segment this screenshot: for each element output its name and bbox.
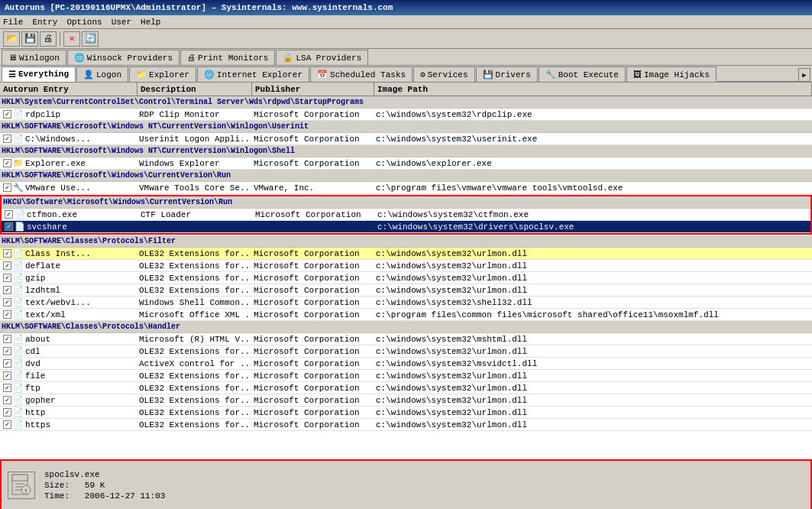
table-row[interactable]: 📄dvd ActiveX control for ... Microsoft C… — [0, 358, 812, 370]
menu-file[interactable]: File — [3, 18, 23, 27]
checkbox[interactable] — [3, 110, 11, 118]
menu-user[interactable]: User — [112, 18, 131, 27]
checkbox[interactable] — [3, 420, 11, 429]
tab-services[interactable]: ⚙ Services — [413, 66, 474, 82]
table-row[interactable]: 📄file OLE32 Extensions for... Microsoft … — [0, 370, 812, 382]
table-row[interactable]: 📄 text/webvi... Windows Shell Common... … — [0, 297, 812, 309]
checkbox[interactable] — [3, 159, 11, 167]
table-row[interactable]: 📄gopher OLE32 Extensions for... Microsof… — [0, 394, 812, 407]
check-container[interactable]: 📄 text/webvi... — [2, 297, 92, 307]
menu-help[interactable]: Help — [141, 18, 160, 27]
open-button[interactable]: 📂 — [3, 31, 20, 47]
lsa-icon: 🔒 — [283, 53, 293, 63]
tab-boot-execute[interactable]: 🔧 Boot Execute — [539, 66, 626, 82]
tab-explorer[interactable]: 📁 Explorer — [129, 66, 196, 82]
check-container[interactable]: 📄file — [2, 371, 47, 381]
path-cell: c:\windows\system32\urlmon.dll — [374, 260, 812, 271]
tab-scheduled-tasks[interactable]: 📅 Scheduled Tasks — [310, 66, 412, 82]
checkbox[interactable] — [3, 183, 11, 192]
check-container[interactable]: 📄 ctfmon.exe — [3, 209, 79, 219]
check-container[interactable]: 📁 Explorer.exe — [2, 158, 87, 168]
check-container[interactable]: 📄 Class Inst... — [2, 248, 92, 258]
col-publisher[interactable]: Publisher — [252, 83, 374, 96]
content-area[interactable]: HKLM\System\CurrentControlSet\Control\Te… — [0, 96, 812, 459]
checkbox[interactable] — [3, 310, 11, 319]
desc-cell: Windows Shell Common... — [137, 297, 252, 308]
check-container[interactable]: 📄 lzdhtml — [2, 285, 62, 295]
check-container[interactable]: 📄 text/xml — [2, 310, 67, 319]
menu-entry[interactable]: Entry — [32, 18, 57, 27]
refresh-button[interactable]: 🔄 — [82, 31, 99, 47]
check-container[interactable]: 📄https — [2, 420, 52, 430]
entry-cell: 📄gopher — [0, 394, 137, 406]
table-row[interactable]: 📄ftp OLE32 Extensions for... Microsoft C… — [0, 382, 812, 394]
path-cell: c:\windows\system32\urlmon.dll — [374, 284, 812, 296]
check-container[interactable]: 📄cdl — [2, 346, 42, 356]
entry-icon: 📄 — [13, 310, 24, 319]
checkbox[interactable] — [3, 298, 11, 306]
desc-cell: Userinit Logon Appli... — [137, 133, 252, 144]
table-row[interactable]: 📄 deflate OLE32 Extensions for... Micros… — [0, 260, 812, 272]
delete-button[interactable]: ✕ — [63, 31, 80, 47]
entry-cell: 📄 lzdhtml — [0, 284, 137, 296]
checkbox[interactable] — [3, 261, 11, 270]
table-row[interactable]: 📄about Microsoft (R) HTML V... Microsoft… — [0, 333, 812, 345]
tab-winsock[interactable]: 🌐 Winsock Providers — [67, 50, 180, 65]
check-container[interactable]: 🔧 VMware Use... — [2, 183, 92, 193]
table-row[interactable]: 📄 text/xml Microsoft Office XML ... Micr… — [0, 309, 812, 321]
check-container[interactable]: 📄 gzip — [2, 273, 47, 283]
check-container[interactable]: 📄 svcshare — [3, 222, 69, 232]
table-row[interactable]: 📄 C:\Windows... Userinit Logon Appli... … — [0, 133, 812, 145]
table-row[interactable]: 📄https OLE32 Extensions for... Microsoft… — [0, 419, 812, 431]
path-cell: c:\windows\system32\urlmon.dll — [374, 345, 812, 357]
table-row[interactable]: 🔧 VMware Use... VMware Tools Core Se... … — [0, 182, 812, 194]
col-description[interactable]: Description — [137, 83, 252, 96]
check-container[interactable]: 📄 rdpclip — [2, 109, 62, 119]
print-button[interactable]: 🖨 — [40, 31, 57, 47]
checkbox[interactable] — [3, 274, 11, 282]
tab-image-hijacks[interactable]: 🖼 Image Hijacks — [626, 66, 717, 82]
tab-lsa[interactable]: 🔒 LSA Providers — [276, 50, 368, 65]
tab-logon[interactable]: 👤 Logon — [76, 66, 128, 82]
checkbox[interactable] — [3, 408, 11, 417]
tab-everything[interactable]: ☰ Everything — [2, 66, 76, 82]
check-container[interactable]: 📄ftp — [2, 383, 42, 393]
table-row[interactable]: 📄 Class Inst... OLE32 Extensions for... … — [0, 248, 812, 260]
menu-options[interactable]: Options — [66, 18, 102, 27]
tab-ie[interactable]: 🌐 Internet Explorer — [197, 66, 309, 82]
tab-drivers[interactable]: 💾 Drivers — [476, 66, 538, 82]
checkbox[interactable] — [5, 210, 13, 219]
check-container[interactable]: 📄http — [2, 407, 47, 417]
table-row[interactable]: 📁 Explorer.exe Windows Explorer Microsof… — [0, 157, 812, 170]
table-row[interactable]: 📄cdl OLE32 Extensions for... Microsoft C… — [0, 345, 812, 358]
checkbox[interactable] — [3, 396, 11, 404]
save-button[interactable]: 💾 — [21, 31, 38, 47]
checkbox[interactable] — [3, 249, 11, 258]
checkbox[interactable] — [3, 335, 11, 343]
col-autorun-entry[interactable]: Autorun Entry — [0, 83, 137, 96]
table-row[interactable]: 📄http OLE32 Extensions for... Microsoft … — [0, 407, 812, 419]
table-row[interactable]: 📄 lzdhtml OLE32 Extensions for... Micros… — [0, 284, 812, 297]
col-image-path[interactable]: Image Path — [374, 83, 812, 96]
checkbox[interactable] — [3, 135, 11, 143]
tab-scroll-right[interactable]: ▶ — [798, 68, 810, 82]
checkbox[interactable] — [3, 347, 11, 355]
check-container[interactable]: 📄about — [2, 334, 52, 344]
check-container[interactable]: 📄 deflate — [2, 261, 62, 271]
checkbox[interactable] — [5, 222, 13, 231]
desc-cell: OLE32 Extensions for... — [137, 248, 252, 259]
tab-print-monitors[interactable]: 🖨 Print Monitors — [180, 50, 275, 65]
table-row[interactable]: 📄 ctfmon.exe CTF Loader Microsoft Corpor… — [2, 209, 810, 221]
check-container[interactable]: 📄gopher — [2, 395, 57, 405]
checkbox[interactable] — [3, 384, 11, 392]
check-container[interactable]: 📄dvd — [2, 358, 42, 368]
table-row[interactable]: 📄 rdpclip RDP Clip Monitor Microsoft Cor… — [0, 109, 812, 121]
check-container[interactable]: 📄 C:\Windows... — [2, 134, 92, 144]
checkbox[interactable] — [3, 286, 11, 294]
checkbox[interactable] — [3, 359, 11, 368]
entry-cell: 📄about — [0, 333, 137, 345]
table-row[interactable]: 📄 svcshare c:\windows\system32\drivers\s… — [2, 221, 810, 233]
checkbox[interactable] — [3, 371, 11, 380]
table-row[interactable]: 📄 gzip OLE32 Extensions for... Microsoft… — [0, 272, 812, 284]
tab-winlogon[interactable]: 🖥 Winlogon — [2, 50, 66, 65]
